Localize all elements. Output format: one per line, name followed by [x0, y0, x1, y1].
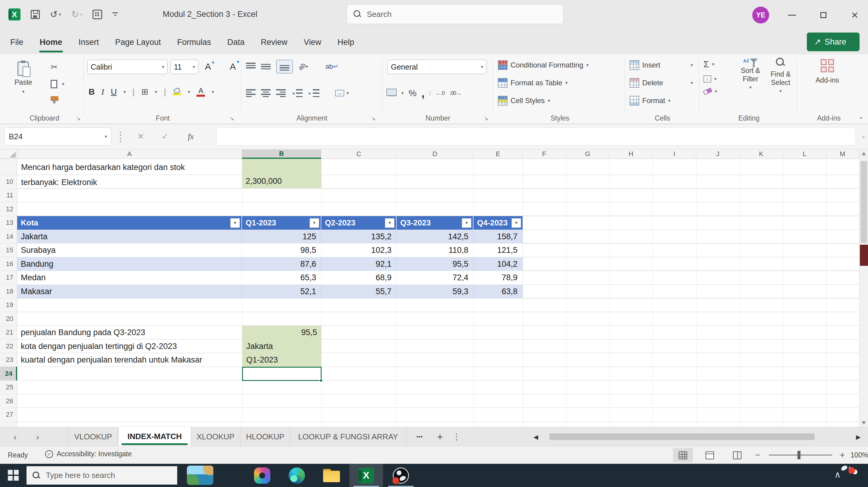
- column-header-j[interactable]: J: [696, 150, 740, 159]
- cell[interactable]: Makasar: [17, 284, 242, 298]
- quick-access-customize-button[interactable]: ▾: [113, 12, 118, 17]
- align-top-icon[interactable]: [246, 63, 255, 70]
- bold-button[interactable]: B: [89, 87, 95, 97]
- column-header-c[interactable]: C: [321, 150, 397, 159]
- row-header[interactable]: 26: [0, 394, 17, 408]
- table-header-q3[interactable]: Q3-2023▼: [397, 216, 473, 230]
- clear-button[interactable]: ▾: [704, 89, 717, 94]
- scroll-up-icon[interactable]: [862, 152, 866, 155]
- sheet-tab-vlookup[interactable]: VLOOKUP: [68, 427, 119, 446]
- column-header-m[interactable]: M: [827, 150, 859, 159]
- autosum-button[interactable]: Σ▾: [704, 59, 717, 69]
- font-dialog-launcher[interactable]: ↘: [230, 115, 234, 122]
- row-header[interactable]: 14: [0, 230, 17, 243]
- cell[interactable]: 98,5: [242, 243, 321, 257]
- zoom-in-icon[interactable]: +: [840, 450, 845, 460]
- taskbar-excel-button[interactable]: [349, 464, 383, 487]
- number-dialog-launcher[interactable]: ↘: [484, 115, 488, 122]
- font-size-select[interactable]: 11▾: [170, 60, 198, 74]
- decrease-indent-button[interactable]: ◄: [291, 89, 303, 97]
- cell[interactable]: 63,8: [473, 284, 523, 298]
- cell-a10-text[interactable]: terbanyak: Elektronik: [21, 178, 97, 187]
- column-header-i[interactable]: I: [653, 150, 696, 159]
- wrap-text-button[interactable]: ab↵: [326, 63, 338, 70]
- row-header[interactable]: 19: [0, 298, 17, 312]
- row-header[interactable]: 27: [0, 408, 17, 422]
- new-sheet-button[interactable]: +: [432, 427, 448, 446]
- format-cells-button[interactable]: Format▾: [629, 96, 671, 105]
- hscroll-right-icon[interactable]: ▶: [852, 427, 864, 446]
- cell[interactable]: 72,4: [397, 271, 473, 284]
- merge-center-button[interactable]: ↔▾: [335, 90, 349, 96]
- start-button[interactable]: [8, 470, 19, 481]
- borders-dropdown-icon[interactable]: ▾: [155, 89, 157, 95]
- format-as-table-button[interactable]: Format as Table▾: [498, 78, 567, 88]
- normal-view-button[interactable]: [673, 448, 693, 462]
- cell[interactable]: 95,5: [397, 257, 473, 271]
- tab-data[interactable]: Data: [224, 30, 247, 54]
- select-all-button[interactable]: [0, 150, 17, 159]
- comma-style-button[interactable]: ,: [421, 90, 425, 96]
- taskbar-search-box[interactable]: [27, 466, 177, 485]
- tab-review[interactable]: Review: [258, 30, 290, 54]
- filter-dropdown-icon[interactable]: ▼: [462, 218, 471, 228]
- fill-handle[interactable]: [319, 379, 323, 382]
- tab-file[interactable]: File: [7, 30, 27, 54]
- tab-help[interactable]: Help: [335, 30, 358, 54]
- search-input[interactable]: [367, 10, 535, 19]
- underline-dropdown-icon[interactable]: ▾: [124, 89, 126, 95]
- row-header[interactable]: 11: [0, 189, 17, 202]
- page-break-view-button[interactable]: [727, 448, 747, 462]
- cut-button[interactable]: ✂: [51, 62, 64, 72]
- sheet-options-icon[interactable]: ⋮: [451, 427, 463, 446]
- cell[interactable]: Jakarta: [17, 230, 242, 243]
- tab-formulas[interactable]: Formulas: [174, 30, 214, 54]
- collapse-ribbon-icon[interactable]: ⌄: [858, 113, 864, 121]
- orientation-button[interactable]: ab▾: [299, 63, 308, 70]
- cell[interactable]: 92,1: [321, 257, 397, 271]
- align-middle-icon[interactable]: [261, 63, 271, 70]
- sheet-tab-hlookup[interactable]: HLOOKUP: [241, 427, 290, 446]
- row-header[interactable]: 13: [0, 216, 17, 230]
- cell[interactable]: Bandung: [17, 257, 242, 271]
- row-header[interactable]: 12: [0, 202, 17, 216]
- accounting-dropdown-icon[interactable]: ▾: [401, 90, 404, 96]
- accounting-format-button[interactable]: [388, 90, 397, 96]
- row-header[interactable]: 15: [0, 243, 17, 257]
- row-header[interactable]: 22: [0, 339, 17, 353]
- column-header-k[interactable]: K: [740, 150, 783, 159]
- cell-b22-answer[interactable]: Jakarta: [242, 339, 321, 353]
- cell[interactable]: 125: [242, 230, 321, 243]
- column-header-h[interactable]: H: [610, 150, 653, 159]
- alignment-dialog-launcher[interactable]: ↘: [371, 115, 375, 122]
- expand-formula-bar-icon[interactable]: ⌄: [861, 132, 866, 139]
- underline-button[interactable]: U: [111, 87, 117, 97]
- format-painter-button[interactable]: [51, 96, 59, 101]
- row-header[interactable]: 21: [0, 326, 17, 339]
- delete-cells-button[interactable]: Delete▾: [629, 78, 693, 88]
- row-header[interactable]: 17: [0, 271, 17, 284]
- more-sheets-icon[interactable]: •••: [410, 427, 429, 446]
- align-bottom-button[interactable]: [276, 60, 293, 73]
- filter-dropdown-icon[interactable]: ▼: [385, 218, 395, 228]
- table-header-q1[interactable]: Q1-2023▼: [242, 216, 321, 230]
- touch-mode-icon[interactable]: [93, 10, 102, 19]
- fill-color-dropdown-icon[interactable]: ▾: [188, 89, 190, 95]
- prev-sheet-icon[interactable]: ‹: [6, 427, 24, 446]
- cell[interactable]: 102,3: [321, 243, 397, 257]
- hscroll-left-icon[interactable]: ◀: [530, 427, 542, 446]
- filter-dropdown-icon[interactable]: ▼: [512, 218, 521, 228]
- formula-input[interactable]: [216, 127, 855, 146]
- row-header[interactable]: 10: [0, 175, 17, 189]
- widgets-weather-icon[interactable]: [187, 466, 213, 485]
- taskbar-file-explorer-button[interactable]: [315, 464, 348, 487]
- zoom-slider[interactable]: [769, 454, 832, 456]
- fill-color-button[interactable]: [173, 88, 181, 95]
- cell[interactable]: 78,9: [473, 271, 523, 284]
- taskbar-obs-button[interactable]: [384, 464, 418, 487]
- excel-app-icon[interactable]: [8, 8, 21, 21]
- tab-view[interactable]: View: [301, 30, 324, 54]
- grow-font-button[interactable]: A▲: [205, 61, 211, 71]
- tray-obs-icon[interactable]: [849, 467, 850, 473]
- align-center-icon[interactable]: [261, 89, 271, 97]
